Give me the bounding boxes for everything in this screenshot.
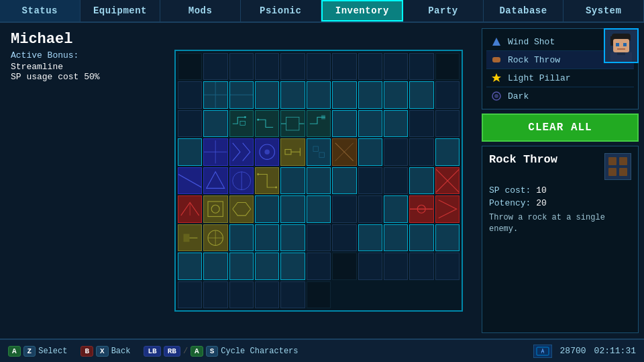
grid-cell-blue[interactable] [255,138,279,165]
grid-cell[interactable] [307,81,331,108]
grid-cell-circuit[interactable] [255,110,279,137]
grid-cell-red[interactable] [435,195,460,222]
tab-database[interactable]: Database [484,0,564,21]
grid-cell[interactable] [358,110,382,137]
grid-cell[interactable] [203,110,227,137]
grid-cell[interactable] [307,138,331,165]
grid-cell[interactable] [435,138,460,165]
active-bonus-label: Active Bonus: [11,50,150,60]
grid-cell-olive[interactable] [255,167,279,194]
grid-cell[interactable] [358,138,382,165]
grid-cell-olive[interactable] [280,138,305,165]
grid-cell-brown[interactable] [332,138,356,165]
grid-cell[interactable] [332,167,356,194]
grid-cell[interactable] [384,224,408,251]
grid-cell-red[interactable] [409,195,433,222]
grid-cell[interactable] [280,224,305,251]
grid-cell[interactable] [229,81,254,108]
tab-party[interactable]: Party [403,0,484,21]
grid-corner [332,253,356,279]
grid-top-slot [229,53,254,80]
grid-cell[interactable] [435,224,460,251]
clear-all-button[interactable]: CLEAR ALL [482,114,639,142]
grid-cell-blue[interactable] [203,167,227,194]
lightpillar-icon [490,72,502,84]
x-button: X [96,346,109,357]
grid-cell-blue[interactable] [178,167,202,194]
grid-cell-circuit[interactable] [229,110,254,137]
gold-amount: 28700 [560,346,586,356]
bottom-bar: A Z Select B X Back LB RB / A S Cycle Ch… [0,338,644,362]
tab-equipment[interactable]: Equipment [80,0,161,21]
avatar [604,28,639,63]
cycle-control: LB RB / A S Cycle Characters [144,346,298,357]
grid-cell[interactable] [384,81,408,108]
grid-cell-circuit[interactable] [280,110,305,137]
grid-right-slot [384,138,408,165]
grid-cell[interactable] [358,224,382,251]
grid-cell[interactable] [255,224,279,251]
grid-left-slot [332,224,356,251]
tab-system[interactable]: System [564,0,644,21]
grid-cell[interactable] [307,167,331,194]
cycle-label: Cycle Characters [221,347,298,356]
grid-cell-olive[interactable] [229,195,254,222]
svg-rect-4 [616,43,619,46]
grid-cell[interactable] [332,110,356,137]
grid-cell[interactable] [255,195,279,222]
grid-cell[interactable] [229,253,254,279]
skill-detail-panel: Rock Throw SP cost: 10 Potency: 20 [482,146,639,333]
grid-cell[interactable] [178,138,202,165]
grid-cell[interactable] [409,224,433,251]
tab-status[interactable]: Status [0,0,80,21]
back-label: Back [111,347,131,356]
psionic-grid [178,53,460,308]
grid-cell[interactable] [280,81,305,108]
grid-cell[interactable] [255,81,279,108]
cycle-a-button: A [191,346,203,357]
grid-cell-olive[interactable] [203,195,227,222]
skill-detail-icon [604,153,631,180]
grid-cell-blue[interactable] [229,167,254,194]
grid-cell[interactable] [384,110,408,137]
grid-cell-blue[interactable] [203,138,227,165]
grid-cell[interactable] [203,253,227,279]
svg-text:₳: ₳ [541,349,544,355]
grid-cell[interactable] [307,195,331,222]
grid-cell[interactable] [178,253,202,279]
svg-rect-26 [313,146,318,151]
grid-cell[interactable] [409,167,433,194]
grid-cell-red[interactable] [435,167,460,194]
skill-item-dark[interactable]: Dark [486,87,634,105]
grid-cell[interactable] [255,253,279,279]
svg-point-52 [494,94,498,98]
grid-cell[interactable] [280,253,305,279]
grid-cell-red[interactable] [178,195,202,222]
grid-right-slot [358,167,382,194]
grid-cell[interactable] [280,167,305,194]
currency-icon: ₳ [533,345,552,358]
grid-cell[interactable] [280,195,305,222]
potency-value: 20 [536,198,547,208]
grid-cell-olive[interactable] [203,224,227,251]
tab-psionic[interactable]: Psionic [241,0,321,21]
grid-corner [435,53,460,80]
svg-point-35 [275,186,277,188]
svg-rect-43 [183,234,189,242]
grid-cell[interactable] [203,81,227,108]
bonus-name: Streamline [11,62,150,72]
grid-cell-olive[interactable] [178,224,202,251]
grid-cell[interactable] [332,81,356,108]
grid-cell[interactable] [384,195,408,222]
grid-right-slot [332,195,356,222]
grid-cell-blue[interactable] [229,138,254,165]
skill-item-lightpillar[interactable]: Light Pillar [486,69,634,87]
grid-cell[interactable] [229,224,254,251]
grid-cell[interactable] [358,81,382,108]
grid-cell-circuit[interactable] [307,110,331,137]
avatar-face [605,30,637,62]
svg-point-40 [212,205,220,213]
grid-cell[interactable] [409,81,433,108]
tab-mods[interactable]: Mods [160,0,241,21]
tab-inventory[interactable]: Inventory [321,0,404,21]
